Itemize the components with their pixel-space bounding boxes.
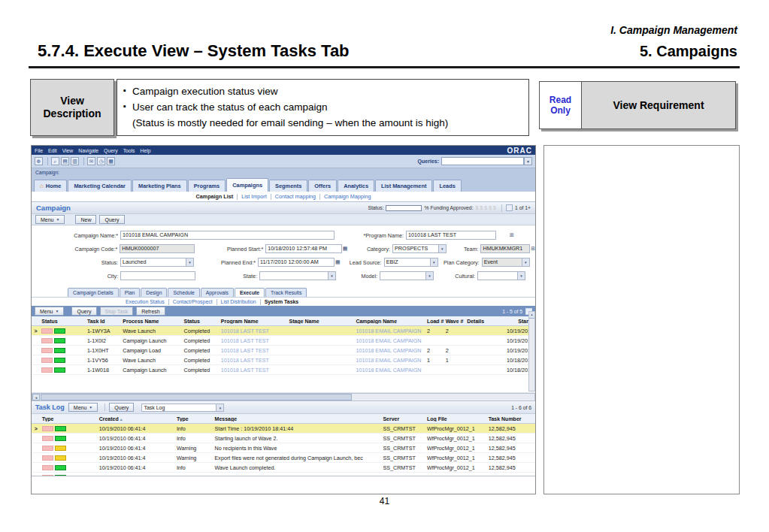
plan-category-dropdown-icon[interactable]: ▼ [522,258,530,267]
team-picker-icon[interactable]: ⊞ [531,246,535,252]
new-button[interactable]: New [75,215,96,224]
task-row[interactable]: > 1-1WY3A Wave Launch Completed 101018 L… [32,326,535,336]
subnav-contact-prospect[interactable]: Contact/Prospect [173,299,213,304]
task-row[interactable]: 1-1X0HT Campaign Load Completed 101018 L… [32,346,535,355]
tab-list-management[interactable]: List Management [375,180,432,192]
tab-track-results[interactable]: Track Results [265,288,307,297]
status-dropdown-icon[interactable]: ▼ [186,258,194,267]
log-row[interactable]: > 10/19/2010 06:41:4 Info Start Time : 1… [32,424,535,434]
col-status-chip[interactable]: Status [40,319,86,324]
program-name-field[interactable]: 101018 LAST TEST [406,231,496,240]
query-button[interactable]: Query [99,215,124,224]
task-log-query-button[interactable]: Query [109,403,134,412]
task-id-cell[interactable]: 1-1X0HT [86,347,121,354]
city-field[interactable] [120,271,195,280]
save-record-icon[interactable]: ▥ [71,157,79,165]
tab-plan[interactable]: Plan [120,288,141,297]
subnav-system-tasks[interactable]: System Tasks [265,299,298,304]
tab-programs[interactable]: Programs [188,180,226,192]
task-row[interactable]: 1-1VY56 Wave Launch Completed 101018 LAS… [32,355,535,365]
log-row[interactable]: 10/19/2010 06:41:4 Info Finish Time : 10… [32,473,535,476]
col-program-name[interactable]: Program Name [219,319,288,324]
tasks-menu-button[interactable]: Menu▼ [35,307,64,316]
mail-icon[interactable]: ✉ [87,157,95,165]
program-link[interactable]: 101018 LAST TEST [219,357,288,364]
category-dropdown-icon[interactable]: ▼ [439,244,447,253]
col-stage-name[interactable]: Stage Name [288,319,355,324]
status-field[interactable]: Launched [120,258,186,267]
tab-marketing-plans[interactable]: Marketing Plans [132,180,187,192]
col-message[interactable]: Message [213,416,382,422]
menu-button[interactable]: Menu▼ [35,215,65,224]
campaign-name-field[interactable]: 101018 EMAIL CAMPAIGN [120,231,335,240]
program-link[interactable]: 101018 LAST TEST [219,328,288,334]
subnav-list-distribution[interactable]: List Distribution [221,299,256,304]
cultural-field[interactable] [477,271,518,280]
campaign-link[interactable]: 101018 EMAIL CAMPAIGN [354,367,425,373]
tab-offers[interactable]: Offers [308,180,337,192]
menu-query[interactable]: Query [104,148,118,153]
state-dropdown-icon[interactable]: ▼ [328,271,336,280]
search-icon[interactable]: ⌕ [51,157,59,165]
tab-analytics[interactable]: Analytics [338,180,374,192]
campaign-link[interactable]: 101018 EMAIL CAMPAIGN [354,337,425,344]
tab-segments[interactable]: Segments [269,180,307,192]
scroll-up-icon[interactable]: ▴ [529,312,534,319]
tab-schedule[interactable]: Schedule [168,288,199,297]
model-dropdown-icon[interactable]: ▼ [426,271,434,280]
new-record-icon[interactable]: ▤ [61,157,69,165]
subnav-list-import[interactable]: List Import [241,193,267,200]
task-row[interactable]: 1-1X0I2 Campaign Launch Completed 101018… [32,336,535,346]
team-field[interactable]: HMUKMKMGR1 [480,244,530,253]
tab-home[interactable]: ⌂Home [34,180,67,192]
calendar-icon[interactable]: ▦ [343,246,348,252]
col-status[interactable]: Status [183,319,219,324]
horizontal-scrollbar[interactable]: ◂ [32,393,535,401]
scroll-left-icon[interactable]: ◂ [32,394,40,401]
planned-start-field[interactable]: 10/18/2010 12:57:48 PM [265,244,341,253]
menu-navigate[interactable]: Navigate [78,148,98,153]
campaign-link[interactable]: 101018 EMAIL CAMPAIGN [354,347,425,354]
task-id-cell[interactable]: 1-1VY56 [86,357,121,364]
menu-tools[interactable]: Tools [123,148,135,153]
col-task-id[interactable]: Task Id [86,319,121,324]
col-type-chip[interactable]: Type [41,416,98,422]
queries-dropdown-icon[interactable]: ▼ [524,157,532,165]
cultural-dropdown-icon[interactable]: ▼ [518,271,525,280]
task-id-cell[interactable]: 1-1W018 [86,367,121,373]
col-wave[interactable]: Wave # [444,319,466,324]
program-link[interactable]: 101018 LAST TEST [219,337,288,344]
tab-design[interactable]: Design [141,288,167,297]
task-id-cell[interactable]: 1-1WY3A [86,328,121,334]
task-log-filter-value[interactable]: Task Log [141,404,216,412]
col-campaign-name[interactable]: Campaign Name [354,319,425,324]
col-type[interactable]: Type [175,416,213,422]
menu-view[interactable]: View [62,148,74,153]
subnav-campaign-mapping[interactable]: Campaign Mapping [324,193,371,200]
program-link[interactable]: 101018 LAST TEST [219,347,288,354]
program-picker-icon[interactable]: ⊞ [510,232,514,238]
task-log-menu-button[interactable]: Menu▼ [68,403,98,412]
tab-execute[interactable]: Execute [235,288,265,297]
col-task-number[interactable]: Task Number [487,416,535,422]
campaign-link[interactable]: 101018 EMAIL CAMPAIGN [354,328,425,334]
subnav-execution-status[interactable]: Execution Status [126,299,165,304]
state-field[interactable] [259,271,328,280]
log-row[interactable]: 10/19/2010 06:41:4 Warning No recipients… [32,443,535,453]
calendar-icon[interactable]: ▦ [335,259,341,265]
tab-campaign-details[interactable]: Campaign Details [68,288,119,297]
subnav-contact-mapping[interactable]: Contact mapping [275,193,316,200]
log-row[interactable]: 10/19/2010 06:41:4 Info Wave Launch comp… [32,463,535,473]
plan-category-field[interactable]: Event [482,258,522,267]
tab-marketing-calendar[interactable]: Marketing Calendar [68,180,132,192]
menu-edit[interactable]: Edit [48,148,57,153]
filter-dropdown-icon[interactable]: ▼ [216,404,224,412]
campaign-link[interactable]: 101018 EMAIL CAMPAIGN [354,357,425,364]
col-log-file[interactable]: Log File [425,416,487,422]
category-field[interactable]: PROSPECTS [392,244,439,253]
history-icon[interactable]: ◷ [97,157,105,165]
vertical-scrollbar[interactable]: ▴ [528,311,535,391]
menu-help[interactable]: Help [141,148,151,153]
task-row[interactable]: 1-1W018 Campaign Launch Completed 101018… [32,365,535,375]
queries-input[interactable] [441,157,524,165]
